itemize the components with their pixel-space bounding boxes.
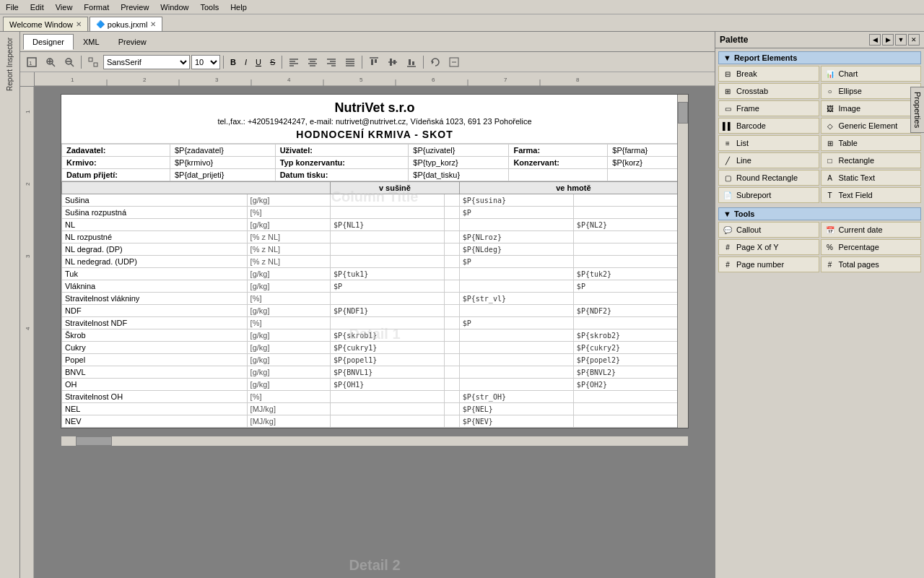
row-name-1: Sušina rozpustná — [62, 207, 248, 219]
zoom-out-btn[interactable] — [61, 54, 78, 70]
menu-view[interactable]: View — [50, 1, 79, 13]
palette-item-percentage[interactable]: %Percentage — [821, 239, 922, 255]
row-name-15: OH — [62, 379, 248, 391]
tab-welcome-window[interactable]: Welcome Window ✕ — [3, 17, 88, 31]
bottom-align-btn[interactable] — [403, 54, 420, 70]
palette-item-barcode[interactable]: ▌▌Barcode — [718, 118, 819, 134]
top-align-btn[interactable] — [365, 54, 383, 70]
palette-item-static-text[interactable]: AStatic Text — [821, 170, 922, 186]
table-row: NDF [g/kg] $P{NDF1} $P{NDF2} — [62, 305, 688, 317]
menu-window[interactable]: Window — [154, 1, 194, 13]
palette-prev-btn[interactable]: ◀ — [869, 34, 881, 46]
row-v4-17 — [573, 403, 687, 415]
palette-item-round-rectangle[interactable]: ▢Round Rectangle — [718, 170, 819, 186]
palette-item-crosstab[interactable]: ⊞Crosstab — [718, 83, 819, 99]
menu-file[interactable]: File — [0, 1, 25, 13]
bold-btn[interactable]: B — [227, 54, 240, 70]
palette-item-generic-element[interactable]: ◇Generic Element — [821, 118, 922, 134]
palette-dropdown-btn[interactable]: ▼ — [895, 34, 907, 46]
underline-btn[interactable]: U — [252, 54, 265, 70]
vertical-scrollbar[interactable] — [677, 95, 688, 428]
palette-item-chart[interactable]: 📊Chart — [821, 66, 922, 82]
ruler-vertical: 1 2 3 4 — [20, 87, 35, 578]
middle-align-btn[interactable] — [384, 54, 401, 70]
row-v4-10 — [573, 317, 687, 329]
palette-item-table[interactable]: ⊞Table — [821, 135, 922, 151]
col-header-vehmote: ve hmotě — [459, 182, 687, 194]
krmivo-value: $P{krmivo} — [170, 157, 275, 169]
row-v1-8 — [445, 293, 460, 305]
toolbar: 1 SansSerif 10 B I U S — [20, 52, 715, 72]
row-v4-7: $P — [573, 280, 687, 293]
palette-content: ▼ Report Elements ⊟Break📊Chart⊞Crosstab○… — [715, 48, 924, 578]
row-v1-17 — [445, 403, 460, 415]
row-unit-10: [%] — [247, 317, 331, 329]
row-v4-5 — [573, 256, 687, 268]
palette-item-image[interactable]: 🖼Image — [821, 100, 922, 116]
svg-rect-32 — [393, 60, 396, 64]
palette-item-frame[interactable]: ▭Frame — [718, 100, 819, 116]
strikethrough-btn[interactable]: S — [266, 54, 279, 70]
report-elements-header[interactable]: ▼ Report Elements — [718, 51, 921, 64]
horizontal-scrollbar[interactable] — [61, 436, 689, 447]
rotate-btn[interactable] — [427, 54, 444, 70]
properties-tab[interactable]: Properties — [910, 87, 924, 133]
palette-item-current-date[interactable]: 📅Current date — [821, 222, 922, 238]
row-v3-16: $P{str_OH} — [459, 391, 573, 403]
font-select[interactable]: SansSerif — [103, 55, 190, 69]
view-tabs-bar: Designer XML Preview — [20, 32, 715, 52]
palette-item-rectangle[interactable]: □Rectangle — [821, 152, 922, 168]
tab-preview[interactable]: Preview — [109, 34, 156, 50]
zoom-actual-btn[interactable]: 1 — [23, 54, 40, 70]
menu-tools[interactable]: Tools — [194, 1, 225, 13]
italic-btn[interactable]: I — [241, 54, 250, 70]
menu-help[interactable]: Help — [225, 1, 253, 13]
font-size-select[interactable]: 10 — [191, 55, 220, 69]
row-unit-5: [% z NL] — [247, 256, 331, 268]
align-left-btn[interactable] — [285, 54, 302, 70]
h-scrollbar-thumb[interactable] — [76, 436, 112, 446]
justify-btn[interactable] — [341, 54, 359, 70]
table-row: NL [g/kg] $P{NL1} $P{NL2} — [62, 219, 688, 231]
palette-item-line[interactable]: ╱Line — [718, 152, 819, 168]
svg-rect-34 — [409, 59, 411, 65]
palette-item-break[interactable]: ⊟Break — [718, 66, 819, 82]
tab-pokus-close[interactable]: ✕ — [150, 20, 156, 28]
menu-format[interactable]: Format — [78, 1, 115, 13]
row-v4-6: $P{tuk2} — [573, 268, 687, 280]
menu-preview[interactable]: Preview — [115, 1, 154, 13]
data-table-body: Sušina [g/kg] $P{susina} Sušina rozpustn… — [62, 194, 688, 428]
palette-close-btn[interactable]: ✕ — [908, 34, 920, 46]
tools-collapse-icon: ▼ — [723, 210, 731, 218]
palette-next-btn[interactable]: ▶ — [882, 34, 894, 46]
palette-item-list[interactable]: ≡List — [718, 135, 819, 151]
palette-item-total-pages[interactable]: #Total pages — [821, 256, 922, 272]
empty-label — [509, 169, 608, 181]
row-v3-0: $P{susina} — [459, 194, 573, 207]
palette-item-ellipse[interactable]: ○Ellipse — [821, 83, 922, 99]
row-v4-14: $P{BNVL2} — [573, 366, 687, 379]
report-elements-grid: ⊟Break📊Chart⊞Crosstab○Ellipse▭Frame🖼Imag… — [718, 66, 921, 203]
snap-btn[interactable] — [84, 54, 102, 70]
palette-item-callout[interactable]: 💬Callout — [718, 222, 819, 238]
more-btn[interactable] — [445, 54, 463, 70]
align-center-btn[interactable] — [304, 54, 321, 70]
row-name-16: Stravitelnost OH — [62, 391, 248, 403]
svg-text:3: 3 — [215, 77, 219, 83]
tab-designer[interactable]: Designer — [23, 34, 74, 50]
palette-item-subreport[interactable]: 📄Subreport — [718, 187, 819, 203]
palette-item-page-x-of-y[interactable]: #Page X of Y — [718, 239, 819, 255]
palette-item-text-field[interactable]: TText Field — [821, 187, 922, 203]
palette-item-label: Round Rectangle — [736, 173, 798, 182]
palette-item-page-number[interactable]: #Page number — [718, 256, 819, 272]
tab-xml[interactable]: XML — [74, 34, 109, 50]
canvas-scroll-area[interactable]: NutriVet s.r.o tel.,fax.: +420519424247,… — [35, 87, 715, 578]
zoom-in-btn[interactable] — [42, 54, 59, 70]
tab-welcome-close[interactable]: ✕ — [76, 20, 82, 28]
tab-pokus-jrxml[interactable]: 🔷 pokus.jrxml ✕ — [90, 17, 163, 31]
menu-edit[interactable]: Edit — [25, 1, 50, 13]
tools-header[interactable]: ▼ Tools — [718, 207, 921, 220]
row-name-7: Vláknina — [62, 280, 248, 293]
scrollbar-thumb[interactable] — [678, 102, 688, 124]
align-right-btn[interactable] — [323, 54, 340, 70]
